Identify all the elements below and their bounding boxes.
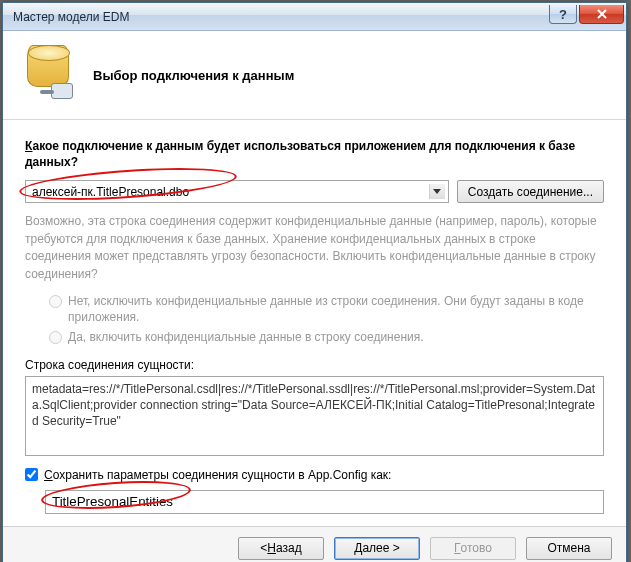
save-settings-label: Сохранить параметры соединения сущности … — [44, 468, 391, 482]
question-label: Какое подключение к данным будет использ… — [25, 138, 604, 170]
entities-name-row — [25, 488, 604, 514]
save-settings-checkbox-row[interactable]: Сохранить параметры соединения сущности … — [25, 468, 604, 482]
page-title: Выбор подключения к данным — [93, 68, 294, 83]
connection-row: алексей-пк.TitlePresonal.dbo Создать сое… — [25, 180, 604, 203]
connection-combobox[interactable]: алексей-пк.TitlePresonal.dbo — [25, 180, 449, 203]
wizard-window: Мастер модели EDM ? Выбор подключения к … — [2, 2, 627, 562]
connection-string-label: Строка соединения сущности: — [25, 358, 604, 372]
back-button[interactable]: < Назад — [238, 537, 324, 560]
separator — [3, 119, 626, 120]
close-button[interactable] — [579, 5, 624, 24]
entities-name-input[interactable] — [45, 490, 604, 514]
wizard-header: Выбор подключения к данным — [25, 45, 604, 105]
radio-exclude-input — [49, 295, 62, 308]
radio-exclude-sensitive: Нет, исключить конфиденциальные данные и… — [49, 293, 604, 325]
wizard-footer: < Назад Далее > Готово Отмена — [3, 526, 626, 563]
connection-selected-text: алексей-пк.TitlePresonal.dbo — [32, 185, 189, 199]
cancel-button[interactable]: Отмена — [526, 537, 612, 560]
next-button[interactable]: Далее > — [334, 537, 420, 560]
database-connection-icon — [25, 45, 79, 105]
connection-string-box[interactable]: metadata=res://*/TitlePersonal.csdl|res:… — [25, 376, 604, 456]
content-area: Выбор подключения к данным Какое подключ… — [3, 31, 626, 526]
window-title: Мастер модели EDM — [13, 10, 130, 24]
finish-button: Готово — [430, 537, 516, 560]
save-settings-checkbox[interactable] — [25, 468, 38, 481]
create-connection-button[interactable]: Создать соединение... — [457, 180, 604, 203]
chevron-down-icon — [429, 184, 445, 199]
close-icon — [597, 9, 607, 19]
radio-include-sensitive: Да, включить конфиденциальные данные в с… — [49, 329, 604, 345]
titlebar: Мастер модели EDM ? — [3, 3, 626, 31]
help-button[interactable]: ? — [549, 5, 577, 24]
radio-include-input — [49, 331, 62, 344]
titlebar-buttons: ? — [547, 5, 624, 24]
security-warning-text: Возможно, эта строка соединения содержит… — [25, 213, 604, 283]
